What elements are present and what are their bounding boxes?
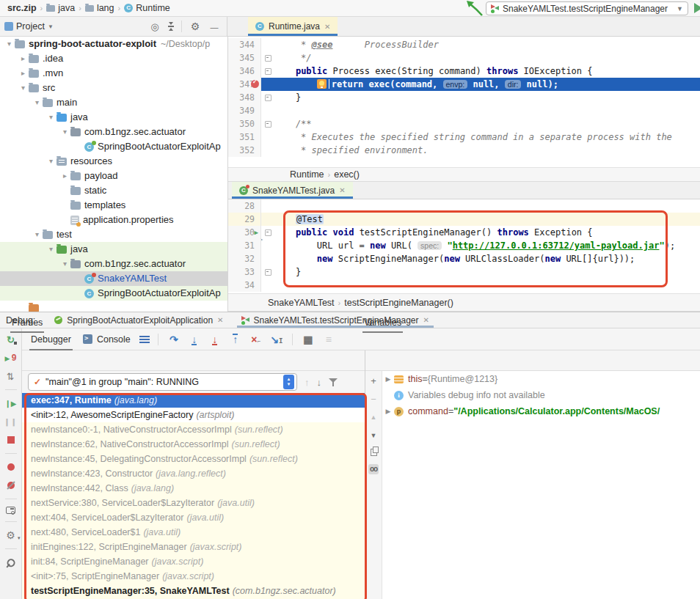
line-number[interactable]: 351 [227, 131, 261, 144]
tree-item-springbootactuatorexploitap[interactable]: SpringBootActuatorExploitAp [0, 139, 227, 154]
variable-row[interactable]: ▶command = "/Applications/Calculator.app… [382, 403, 700, 419]
frame-row[interactable]: next:404, ServiceLoader$LazyIterator(jav… [22, 510, 365, 525]
thread-selector[interactable]: ✓ "main"@1 in group "main": RUNNING ▲▼ [28, 373, 297, 391]
line-number[interactable]: 344 [227, 38, 261, 51]
frame-row[interactable]: init:84, ScriptEngineManager(javax.scrip… [22, 554, 365, 569]
tree-item-partial[interactable] [0, 301, 227, 312]
breadcrumb-method[interactable]: testScriptEngineManager() [344, 298, 453, 308]
tree-item-snakeyamltest[interactable]: SnakeYAMLTest [0, 271, 227, 286]
fold-marker-icon[interactable] [261, 226, 274, 239]
chevron-down-icon[interactable]: ▼ [48, 23, 54, 30]
run-configuration-select[interactable]: SnakeYAMLTest.testScriptEngineManager ▼ [486, 1, 688, 15]
breadcrumb-class[interactable]: Runtime [290, 169, 324, 180]
breakpoint-icon[interactable] [251, 80, 259, 88]
chevron-down-icon[interactable]: ▾ [18, 81, 28, 95]
tab-snakeyamltest-java[interactable]: SnakeYAMLTest.java ✕ [232, 182, 353, 199]
step-over-icon[interactable]: ↷ [167, 334, 181, 345]
line-number[interactable]: 347 [227, 78, 261, 91]
chevron-down-icon[interactable]: ▾ [32, 95, 42, 110]
tree-item--mvn[interactable]: ▸.mvn [0, 66, 227, 81]
move-watch-down-icon[interactable]: ▼ [368, 430, 379, 441]
locate-icon[interactable] [147, 21, 163, 32]
line-number[interactable]: 29 [227, 213, 261, 226]
fold-marker-icon[interactable] [261, 65, 274, 78]
resume-program-icon[interactable] [5, 397, 17, 409]
line-number[interactable]: 30▶▸ [227, 226, 261, 239]
breadcrumb-lang[interactable]: lang [85, 3, 114, 13]
step-out-icon[interactable]: ↑ [228, 334, 243, 345]
hide-frames-filter-icon[interactable] [329, 378, 338, 387]
tab-console[interactable]: Console [80, 328, 134, 350]
frame-row[interactable]: next:480, ServiceLoader$1(java.util) [22, 525, 365, 540]
chevron-right-icon[interactable]: ▶ [382, 371, 394, 387]
variable-row[interactable]: Variables debug info not available [382, 387, 700, 403]
tree-item-spring-boot-actuator-exploit[interactable]: ▾spring-boot-actuator-exploit~/Desktop/p [0, 37, 227, 51]
frame-row[interactable]: <init>:12, AwesomeScriptEngineFactory(ar… [22, 408, 365, 422]
fold-marker-icon[interactable] [261, 265, 274, 279]
tree-item-main[interactable]: ▾main [0, 95, 227, 110]
breadcrumb-class[interactable]: SnakeYAMLTest [268, 298, 335, 308]
chevron-right-icon[interactable]: ▸ [18, 51, 28, 66]
chevron-down-icon[interactable]: ▾ [32, 227, 42, 242]
view-breakpoints-icon[interactable] [5, 461, 17, 473]
line-number[interactable]: 345 [227, 51, 261, 65]
pin-tab-icon[interactable] [2, 554, 19, 571]
thread-stepper[interactable]: ▲▼ [283, 375, 294, 389]
reload-changed-classes-icon[interactable] [5, 370, 17, 382]
run-test-gutter-icon[interactable]: ▶ [255, 226, 258, 239]
tree-item-com-b1ngz-sec-actuator[interactable]: ▾com.b1ngz.sec.actuator [0, 125, 227, 139]
line-number[interactable]: 350 [227, 117, 261, 131]
fold-marker-icon[interactable] [261, 51, 274, 65]
tab-runtime-java[interactable]: Runtime.java ✕ [248, 17, 338, 36]
chevron-right-icon[interactable]: ▸ [60, 169, 70, 183]
force-step-into-icon[interactable]: ↓ [208, 334, 222, 345]
chevron-down-icon[interactable]: ▾ [46, 154, 56, 169]
tree-item-java[interactable]: ▾java [0, 242, 227, 257]
tree-item-application-properties[interactable]: application.properties [0, 213, 227, 227]
frame-row[interactable]: newInstance0:-1, NativeConstructorAccess… [22, 422, 365, 437]
chevron-down-icon[interactable]: ▾ [60, 257, 70, 271]
breadcrumb-java[interactable]: java [46, 3, 75, 13]
fold-marker-icon[interactable] [261, 91, 274, 104]
tree-item-springbootactuatorexploitap[interactable]: SpringBootActuatorExploitAp [0, 286, 227, 301]
tree-item-com-b1ngz-sec-actuator[interactable]: ▾com.b1ngz.sec.actuator [0, 257, 227, 271]
line-number[interactable]: 348 [227, 91, 261, 104]
run-to-cursor-icon[interactable]: ↘I [269, 334, 284, 345]
line-number[interactable]: 34 [227, 279, 261, 292]
chevron-right-icon[interactable]: ▶ [382, 403, 394, 419]
panel-divider[interactable] [365, 350, 365, 599]
frame-row[interactable]: nextService:380, ServiceLoader$LazyItera… [22, 496, 365, 510]
evaluate-expression-icon[interactable]: ▦ [301, 334, 316, 345]
tree-item-src[interactable]: ▾src [0, 81, 227, 95]
rerun-failed-tests-icon[interactable] [5, 352, 17, 364]
tab-variables[interactable]: Variables [361, 312, 404, 333]
mute-breakpoints-icon[interactable] [5, 479, 17, 491]
line-number[interactable]: 349 [227, 104, 261, 117]
thread-dump-camera-icon[interactable] [6, 507, 15, 514]
debug-session-tab-springboot[interactable]: SpringBootActuatorExploitApplication ✕ [45, 312, 232, 328]
frame-row[interactable]: initEngines:122, ScriptEngineManager(jav… [22, 540, 365, 554]
settings-gear-icon[interactable] [187, 21, 203, 32]
step-into-icon[interactable]: ↓ [187, 334, 202, 345]
breadcrumb-runtime[interactable]: Runtime [124, 3, 170, 13]
rerun-icon[interactable] [5, 334, 17, 345]
line-number[interactable]: 31 [227, 239, 261, 252]
tree-item-static[interactable]: static [0, 183, 227, 198]
line-number[interactable]: 33 [227, 265, 261, 279]
close-icon[interactable]: ✕ [423, 316, 429, 324]
fold-marker-icon[interactable] [261, 117, 274, 131]
tree-item-payload[interactable]: ▸payload [0, 169, 227, 183]
stop-icon[interactable] [5, 434, 17, 446]
line-number[interactable]: 28 [227, 199, 261, 213]
line-number[interactable]: 352 [227, 144, 261, 157]
drop-frame-icon[interactable]: ×⌐ [249, 334, 263, 345]
frame-row[interactable]: newInstance:423, Constructor(java.lang.r… [22, 466, 365, 481]
next-frame-icon[interactable]: ↓ [317, 377, 322, 388]
chevron-down-icon[interactable]: ▾ [46, 110, 56, 125]
chevron-down-icon[interactable]: ▾ [60, 125, 70, 139]
debug-session-tab-snakeyaml[interactable]: SnakeYAMLTest.testScriptEngineManager ✕ [233, 312, 438, 328]
collapse-all-icon[interactable] [166, 21, 176, 32]
tree-item--idea[interactable]: ▸.idea [0, 51, 227, 66]
previous-frame-icon[interactable]: ↑ [305, 377, 310, 388]
line-number[interactable]: 346 [227, 65, 261, 78]
